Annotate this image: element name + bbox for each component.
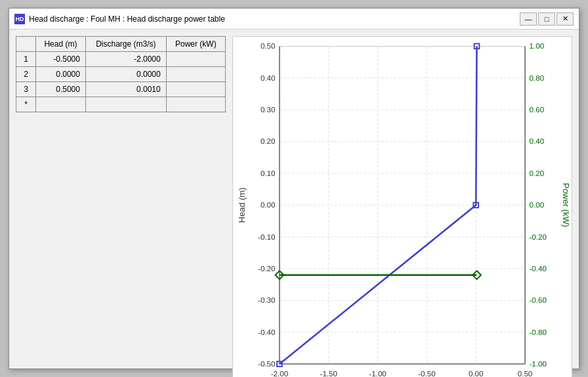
svg-text:0.00: 0.00 [469,369,484,377]
minimize-button[interactable]: — [520,12,537,26]
cell-head[interactable]: -0.5000 [36,52,86,67]
svg-text:-0.40: -0.40 [258,328,275,336]
table-row[interactable]: 2 0.0000 0.0000 [16,67,226,82]
svg-text:-0.40: -0.40 [530,264,547,273]
new-head[interactable] [36,97,86,112]
table-row[interactable]: 1 -0.5000 -2.0000 [16,52,226,67]
cell-head[interactable]: 0.5000 [36,82,86,97]
new-discharge[interactable] [85,97,166,112]
svg-text:0.60: 0.60 [530,105,545,114]
right-panel: -2.00 -1.50 -1.00 -0.50 0.00 0.50 Discha… [232,36,572,377]
svg-text:-0.20: -0.20 [258,264,275,273]
svg-text:0.00: 0.00 [261,200,276,209]
svg-text:-0.10: -0.10 [258,233,275,241]
maximize-button[interactable]: □ [538,12,555,26]
svg-text:-0.50: -0.50 [418,369,435,377]
svg-text:-0.50: -0.50 [258,359,275,368]
svg-text:0.30: 0.30 [261,105,276,114]
cell-discharge[interactable]: -2.0000 [85,52,166,67]
svg-text:0.40: 0.40 [530,137,545,145]
col-header-id [16,37,36,52]
svg-text:0.50: 0.50 [261,41,276,50]
svg-text:1.00: 1.00 [530,41,545,50]
col-header-head: Head (m) [36,37,86,52]
row-id: 3 [16,82,36,97]
new-power[interactable] [166,97,225,112]
main-window: HD Head discharge : Foul MH : Head disch… [9,8,579,369]
window-title: Head discharge : Foul MH : Head discharg… [29,14,225,24]
chart-container: -2.00 -1.50 -1.00 -0.50 0.00 0.50 Discha… [232,36,572,377]
svg-text:0.10: 0.10 [261,169,276,177]
svg-text:Head (m): Head (m) [237,187,247,223]
cell-power[interactable] [166,82,225,97]
cell-discharge[interactable]: 0.0010 [85,82,166,97]
svg-text:-2.00: -2.00 [271,369,288,377]
svg-text:0.20: 0.20 [530,169,545,177]
svg-text:0.80: 0.80 [530,74,545,82]
svg-text:Power (kW): Power (kW) [561,183,571,227]
svg-text:0.20: 0.20 [261,137,276,145]
col-header-power: Power (kW) [166,37,225,52]
cell-power[interactable] [166,52,225,67]
svg-text:-0.20: -0.20 [530,233,547,241]
data-table: Head (m) Discharge (m3/s) Power (kW) 1 -… [16,36,226,112]
cell-head[interactable]: 0.0000 [36,67,86,82]
cell-power[interactable] [166,67,225,82]
svg-text:-0.80: -0.80 [530,328,547,336]
svg-text:0.00: 0.00 [530,200,545,209]
svg-text:0.40: 0.40 [261,74,276,82]
svg-text:-0.60: -0.60 [530,296,547,304]
svg-text:-1.00: -1.00 [369,369,386,377]
svg-text:-1.00: -1.00 [530,359,547,368]
svg-text:0.50: 0.50 [518,369,533,377]
title-buttons: — □ ✕ [520,12,574,26]
row-id: 1 [16,52,36,67]
title-bar-left: HD Head discharge : Foul MH : Head disch… [14,14,225,24]
col-header-discharge: Discharge (m3/s) [85,37,166,52]
new-row[interactable]: * [16,97,226,112]
window-icon: HD [14,14,25,24]
svg-text:-0.30: -0.30 [258,296,275,304]
row-id: 2 [16,67,36,82]
cell-discharge[interactable]: 0.0000 [85,67,166,82]
content-area: Head (m) Discharge (m3/s) Power (kW) 1 -… [9,30,579,377]
chart-svg: -2.00 -1.50 -1.00 -0.50 0.00 0.50 Discha… [233,37,572,377]
new-row-marker: * [16,97,36,112]
left-panel: Head (m) Discharge (m3/s) Power (kW) 1 -… [16,36,226,377]
table-row[interactable]: 3 0.5000 0.0010 [16,82,226,97]
close-button[interactable]: ✕ [556,12,574,26]
title-bar: HD Head discharge : Foul MH : Head disch… [9,9,579,30]
svg-text:-1.50: -1.50 [320,369,337,377]
